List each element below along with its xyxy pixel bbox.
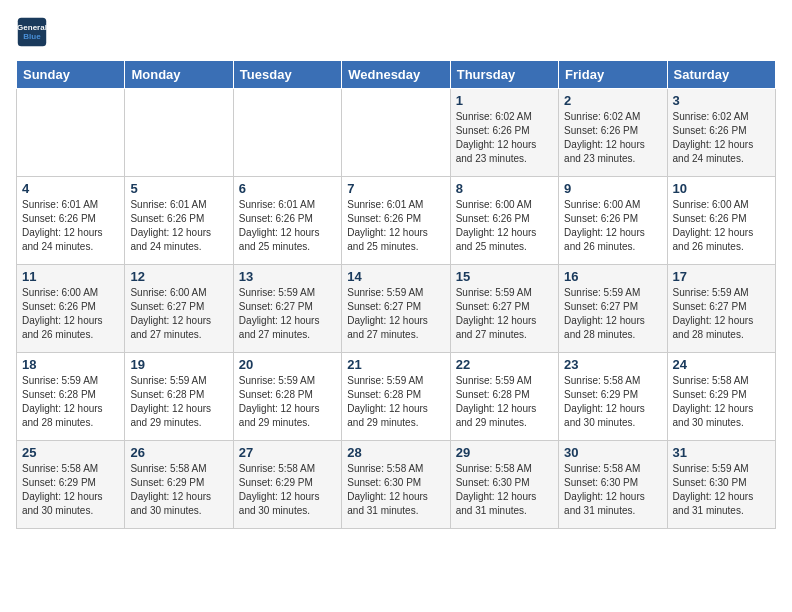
calendar-cell: 6Sunrise: 6:01 AM Sunset: 6:26 PM Daylig…	[233, 177, 341, 265]
logo: General Blue	[16, 16, 48, 48]
calendar-cell: 10Sunrise: 6:00 AM Sunset: 6:26 PM Dayli…	[667, 177, 775, 265]
day-info: Sunrise: 5:59 AM Sunset: 6:28 PM Dayligh…	[130, 374, 227, 430]
column-header-monday: Monday	[125, 61, 233, 89]
day-info: Sunrise: 5:59 AM Sunset: 6:28 PM Dayligh…	[347, 374, 444, 430]
calendar-cell: 3Sunrise: 6:02 AM Sunset: 6:26 PM Daylig…	[667, 89, 775, 177]
day-number: 27	[239, 445, 336, 460]
column-header-sunday: Sunday	[17, 61, 125, 89]
day-info: Sunrise: 5:59 AM Sunset: 6:28 PM Dayligh…	[239, 374, 336, 430]
day-info: Sunrise: 6:01 AM Sunset: 6:26 PM Dayligh…	[130, 198, 227, 254]
column-header-saturday: Saturday	[667, 61, 775, 89]
day-number: 26	[130, 445, 227, 460]
day-number: 4	[22, 181, 119, 196]
day-info: Sunrise: 5:58 AM Sunset: 6:29 PM Dayligh…	[673, 374, 770, 430]
day-info: Sunrise: 6:00 AM Sunset: 6:26 PM Dayligh…	[673, 198, 770, 254]
calendar-cell: 13Sunrise: 5:59 AM Sunset: 6:27 PM Dayli…	[233, 265, 341, 353]
day-info: Sunrise: 5:59 AM Sunset: 6:27 PM Dayligh…	[347, 286, 444, 342]
day-number: 16	[564, 269, 661, 284]
calendar-week-row: 11Sunrise: 6:00 AM Sunset: 6:26 PM Dayli…	[17, 265, 776, 353]
day-number: 17	[673, 269, 770, 284]
day-number: 21	[347, 357, 444, 372]
day-number: 19	[130, 357, 227, 372]
calendar-cell: 25Sunrise: 5:58 AM Sunset: 6:29 PM Dayli…	[17, 441, 125, 529]
column-header-wednesday: Wednesday	[342, 61, 450, 89]
day-number: 29	[456, 445, 553, 460]
day-info: Sunrise: 6:02 AM Sunset: 6:26 PM Dayligh…	[456, 110, 553, 166]
day-info: Sunrise: 5:59 AM Sunset: 6:28 PM Dayligh…	[22, 374, 119, 430]
calendar-cell: 22Sunrise: 5:59 AM Sunset: 6:28 PM Dayli…	[450, 353, 558, 441]
calendar-cell: 26Sunrise: 5:58 AM Sunset: 6:29 PM Dayli…	[125, 441, 233, 529]
calendar-cell	[17, 89, 125, 177]
svg-text:Blue: Blue	[23, 32, 41, 41]
calendar-cell: 20Sunrise: 5:59 AM Sunset: 6:28 PM Dayli…	[233, 353, 341, 441]
day-info: Sunrise: 5:59 AM Sunset: 6:27 PM Dayligh…	[564, 286, 661, 342]
day-number: 31	[673, 445, 770, 460]
day-number: 2	[564, 93, 661, 108]
calendar-week-row: 1Sunrise: 6:02 AM Sunset: 6:26 PM Daylig…	[17, 89, 776, 177]
day-number: 18	[22, 357, 119, 372]
calendar-cell: 16Sunrise: 5:59 AM Sunset: 6:27 PM Dayli…	[559, 265, 667, 353]
day-number: 8	[456, 181, 553, 196]
day-number: 7	[347, 181, 444, 196]
calendar-cell: 19Sunrise: 5:59 AM Sunset: 6:28 PM Dayli…	[125, 353, 233, 441]
logo-icon: General Blue	[16, 16, 48, 48]
calendar-cell: 15Sunrise: 5:59 AM Sunset: 6:27 PM Dayli…	[450, 265, 558, 353]
day-number: 3	[673, 93, 770, 108]
calendar-cell: 5Sunrise: 6:01 AM Sunset: 6:26 PM Daylig…	[125, 177, 233, 265]
day-info: Sunrise: 5:59 AM Sunset: 6:27 PM Dayligh…	[239, 286, 336, 342]
day-number: 25	[22, 445, 119, 460]
calendar-cell: 18Sunrise: 5:59 AM Sunset: 6:28 PM Dayli…	[17, 353, 125, 441]
calendar-cell: 14Sunrise: 5:59 AM Sunset: 6:27 PM Dayli…	[342, 265, 450, 353]
day-info: Sunrise: 5:59 AM Sunset: 6:27 PM Dayligh…	[456, 286, 553, 342]
calendar-cell: 21Sunrise: 5:59 AM Sunset: 6:28 PM Dayli…	[342, 353, 450, 441]
day-number: 23	[564, 357, 661, 372]
calendar-week-row: 25Sunrise: 5:58 AM Sunset: 6:29 PM Dayli…	[17, 441, 776, 529]
calendar-cell: 29Sunrise: 5:58 AM Sunset: 6:30 PM Dayli…	[450, 441, 558, 529]
calendar-week-row: 4Sunrise: 6:01 AM Sunset: 6:26 PM Daylig…	[17, 177, 776, 265]
day-number: 1	[456, 93, 553, 108]
calendar-cell: 28Sunrise: 5:58 AM Sunset: 6:30 PM Dayli…	[342, 441, 450, 529]
day-number: 28	[347, 445, 444, 460]
calendar-cell: 7Sunrise: 6:01 AM Sunset: 6:26 PM Daylig…	[342, 177, 450, 265]
day-info: Sunrise: 6:00 AM Sunset: 6:26 PM Dayligh…	[22, 286, 119, 342]
calendar-cell: 4Sunrise: 6:01 AM Sunset: 6:26 PM Daylig…	[17, 177, 125, 265]
day-info: Sunrise: 5:58 AM Sunset: 6:29 PM Dayligh…	[564, 374, 661, 430]
day-info: Sunrise: 6:02 AM Sunset: 6:26 PM Dayligh…	[673, 110, 770, 166]
calendar-cell: 2Sunrise: 6:02 AM Sunset: 6:26 PM Daylig…	[559, 89, 667, 177]
day-number: 30	[564, 445, 661, 460]
calendar-cell: 23Sunrise: 5:58 AM Sunset: 6:29 PM Dayli…	[559, 353, 667, 441]
day-info: Sunrise: 5:58 AM Sunset: 6:30 PM Dayligh…	[456, 462, 553, 518]
day-info: Sunrise: 5:59 AM Sunset: 6:27 PM Dayligh…	[673, 286, 770, 342]
day-number: 24	[673, 357, 770, 372]
day-number: 12	[130, 269, 227, 284]
calendar-cell: 31Sunrise: 5:59 AM Sunset: 6:30 PM Dayli…	[667, 441, 775, 529]
calendar-cell: 9Sunrise: 6:00 AM Sunset: 6:26 PM Daylig…	[559, 177, 667, 265]
page-header: General Blue	[16, 16, 776, 48]
calendar-cell: 30Sunrise: 5:58 AM Sunset: 6:30 PM Dayli…	[559, 441, 667, 529]
calendar-cell: 8Sunrise: 6:00 AM Sunset: 6:26 PM Daylig…	[450, 177, 558, 265]
calendar-cell: 12Sunrise: 6:00 AM Sunset: 6:27 PM Dayli…	[125, 265, 233, 353]
svg-text:General: General	[17, 23, 47, 32]
day-info: Sunrise: 6:00 AM Sunset: 6:27 PM Dayligh…	[130, 286, 227, 342]
day-number: 13	[239, 269, 336, 284]
day-info: Sunrise: 5:58 AM Sunset: 6:29 PM Dayligh…	[130, 462, 227, 518]
day-number: 20	[239, 357, 336, 372]
calendar-week-row: 18Sunrise: 5:59 AM Sunset: 6:28 PM Dayli…	[17, 353, 776, 441]
day-number: 6	[239, 181, 336, 196]
calendar-cell: 24Sunrise: 5:58 AM Sunset: 6:29 PM Dayli…	[667, 353, 775, 441]
day-info: Sunrise: 6:01 AM Sunset: 6:26 PM Dayligh…	[239, 198, 336, 254]
column-header-friday: Friday	[559, 61, 667, 89]
calendar-cell	[233, 89, 341, 177]
calendar-cell: 11Sunrise: 6:00 AM Sunset: 6:26 PM Dayli…	[17, 265, 125, 353]
day-number: 14	[347, 269, 444, 284]
calendar-cell: 1Sunrise: 6:02 AM Sunset: 6:26 PM Daylig…	[450, 89, 558, 177]
day-info: Sunrise: 5:59 AM Sunset: 6:30 PM Dayligh…	[673, 462, 770, 518]
calendar-cell: 27Sunrise: 5:58 AM Sunset: 6:29 PM Dayli…	[233, 441, 341, 529]
calendar-cell: 17Sunrise: 5:59 AM Sunset: 6:27 PM Dayli…	[667, 265, 775, 353]
day-info: Sunrise: 6:01 AM Sunset: 6:26 PM Dayligh…	[22, 198, 119, 254]
day-number: 9	[564, 181, 661, 196]
day-info: Sunrise: 5:59 AM Sunset: 6:28 PM Dayligh…	[456, 374, 553, 430]
column-header-tuesday: Tuesday	[233, 61, 341, 89]
day-info: Sunrise: 6:02 AM Sunset: 6:26 PM Dayligh…	[564, 110, 661, 166]
column-header-thursday: Thursday	[450, 61, 558, 89]
